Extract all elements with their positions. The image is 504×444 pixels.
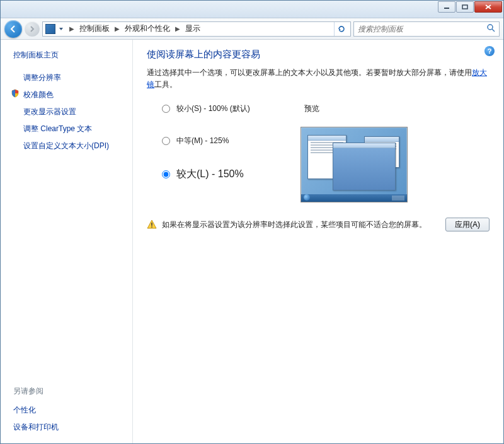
maximize-icon [462, 4, 468, 9]
close-button[interactable] [474, 1, 502, 13]
window-titlebar [1, 1, 503, 18]
search-input[interactable] [358, 25, 484, 33]
main-content: ? 使阅读屏幕上的内容更容易 通过选择其中一个选项，可以更改屏幕上的文本大小以及… [133, 40, 503, 443]
option-label: 较小(S) - 100% (默认) [176, 103, 250, 114]
search-box[interactable] [353, 21, 500, 37]
warning-icon [147, 219, 157, 230]
help-icon[interactable]: ? [484, 46, 495, 56]
radio-smaller[interactable] [162, 105, 170, 113]
control-panel-icon [45, 24, 55, 34]
page-description: 通过选择其中一个选项，可以更改屏幕上的文本大小以及其他项。若要暂时放大部分屏幕，… [147, 67, 490, 91]
arrow-right-icon [28, 25, 36, 33]
breadcrumb-separator-icon: ▶ [112, 25, 122, 32]
minimize-button[interactable] [438, 1, 455, 13]
breadcrumb-item[interactable]: 外观和个性化 [123, 23, 171, 34]
option-label: 中等(M) - 125% [176, 136, 229, 146]
see-also-personalization[interactable]: 个性化 [13, 402, 127, 419]
svg-rect-1 [462, 5, 467, 9]
shield-icon [11, 89, 20, 98]
svg-point-4 [488, 25, 493, 30]
maximize-button[interactable] [456, 1, 474, 13]
sidebar-link-display-settings[interactable]: 更改显示器设置 [13, 103, 127, 120]
arrow-left-icon [9, 25, 18, 33]
sidebar-link-calibrate-color[interactable]: 校准颜色 [13, 86, 127, 103]
svg-line-5 [492, 29, 495, 32]
breadcrumb-item[interactable]: 控制面板 [78, 23, 111, 34]
svg-rect-0 [444, 8, 449, 9]
breadcrumb-separator-icon: ▶ [67, 25, 77, 32]
sidebar-link-cleartype[interactable]: 调整 ClearType 文本 [13, 120, 127, 137]
sidebar-link-label: 校准颜色 [23, 90, 54, 99]
apply-button[interactable]: 应用(A) [445, 218, 490, 231]
breadcrumb-separator-icon: ▶ [173, 25, 183, 32]
page-title: 使阅读屏幕上的内容更容易 [147, 49, 490, 61]
option-smaller[interactable]: 较小(S) - 100% (默认) [162, 103, 250, 114]
see-also-devices-printers[interactable]: 设备和打印机 [13, 419, 127, 436]
option-label: 较大(L) - 150% [176, 168, 244, 181]
dropdown-icon[interactable] [57, 25, 66, 33]
size-options: 较小(S) - 100% (默认) 中等(M) - 125% 较大(L) - 1… [162, 103, 250, 202]
sidebar-title[interactable]: 控制面板主页 [13, 50, 127, 61]
radio-larger[interactable] [162, 170, 170, 178]
preview-thumbnail [301, 127, 408, 202]
see-also-title: 另请参阅 [13, 386, 127, 397]
sidebar-link-custom-dpi[interactable]: 设置自定义文本大小(DPI) [13, 137, 127, 155]
svg-rect-6 [151, 223, 152, 226]
breadcrumb[interactable]: ▶ 控制面板 ▶ 外观和个性化 ▶ 显示 [42, 21, 351, 37]
option-medium[interactable]: 中等(M) - 125% [162, 136, 250, 146]
minimize-icon [444, 4, 450, 9]
sidebar: 控制面板主页 调整分辨率 校准颜色 更改显示器设置 调整 ClearType 文… [1, 40, 133, 443]
option-larger[interactable]: 较大(L) - 150% [162, 168, 250, 181]
search-icon[interactable] [486, 23, 495, 34]
refresh-icon [337, 25, 346, 33]
nav-back-button[interactable] [4, 20, 22, 38]
navigation-bar: ▶ 控制面板 ▶ 外观和个性化 ▶ 显示 [1, 18, 503, 40]
preview-label: 预览 [301, 103, 408, 114]
refresh-button[interactable] [334, 22, 348, 36]
nav-forward-button[interactable] [25, 21, 40, 37]
warning-text: 如果在将显示器设置为该分辨率时选择此设置，某些项目可能不适合您的屏幕。 [162, 219, 427, 230]
sidebar-link-resolution[interactable]: 调整分辨率 [13, 69, 127, 86]
radio-medium[interactable] [162, 137, 170, 145]
close-icon [484, 4, 492, 10]
breadcrumb-item[interactable]: 显示 [184, 23, 202, 34]
svg-rect-7 [151, 226, 152, 228]
